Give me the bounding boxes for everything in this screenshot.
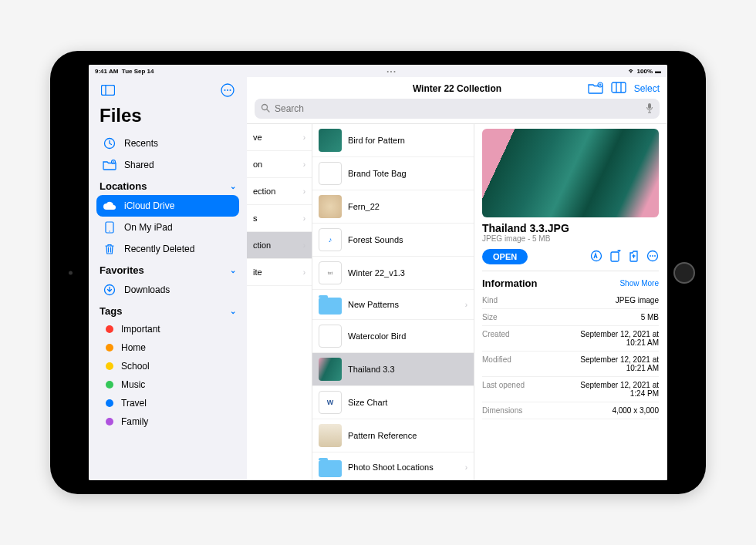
folder-label: ve bbox=[253, 133, 262, 142]
search-bar[interactable] bbox=[255, 99, 660, 119]
sidebar-section-tags[interactable]: Tags ⌄ bbox=[96, 301, 239, 320]
new-folder-icon[interactable] bbox=[588, 82, 603, 96]
svg-rect-13 bbox=[612, 82, 626, 93]
file-subtitle: JPEG image - 5 MB bbox=[482, 234, 659, 243]
chevron-right-icon: › bbox=[465, 301, 467, 309]
sidebar-tag-item[interactable]: Home bbox=[96, 338, 239, 357]
sidebar-item-label: Recents bbox=[124, 138, 158, 149]
info-row: Last openedSeptember 12, 2021 at 1:24 PM bbox=[482, 377, 659, 402]
info-value: September 12, 2021 at 10:21 AM bbox=[566, 330, 659, 347]
folder-row[interactable]: ite› bbox=[247, 259, 312, 286]
search-input[interactable] bbox=[275, 103, 641, 114]
new-window-icon[interactable] bbox=[610, 250, 621, 264]
sidebar-tag-item[interactable]: Music bbox=[96, 375, 239, 394]
folder-label: ection bbox=[253, 187, 275, 196]
folder-row[interactable]: ection› bbox=[247, 178, 312, 205]
search-icon bbox=[261, 103, 270, 114]
sidebar-item-deleted[interactable]: Recently Deleted bbox=[96, 238, 239, 260]
svg-point-8 bbox=[113, 161, 113, 162]
sidebar-tag-item[interactable]: Travel bbox=[96, 394, 239, 412]
chevron-right-icon: › bbox=[303, 268, 305, 277]
file-row[interactable]: Bird for Pattern bbox=[312, 124, 474, 157]
file-name: Thailand 3.3.JPG bbox=[482, 222, 659, 234]
tag-dot-icon bbox=[106, 362, 113, 370]
home-button[interactable] bbox=[673, 262, 695, 284]
info-value: September 12, 2021 at 10:21 AM bbox=[566, 355, 659, 372]
info-key: Last opened bbox=[482, 381, 525, 398]
folder-row[interactable]: ve› bbox=[247, 124, 312, 151]
info-value: 4,000 x 3,000 bbox=[612, 406, 659, 415]
file-row[interactable]: Photo Shoot Locations› bbox=[312, 452, 474, 480]
content-area: Winter 22 Collection Select bbox=[247, 77, 667, 480]
sidebar-item-onipad[interactable]: On My iPad bbox=[96, 217, 239, 238]
info-key: Created bbox=[482, 330, 510, 347]
multitask-dots[interactable]: • • • bbox=[154, 69, 629, 74]
sidebar-section-favorites[interactable]: Favorites ⌄ bbox=[96, 260, 239, 279]
folder-label: on bbox=[253, 160, 262, 169]
chevron-right-icon: › bbox=[303, 214, 305, 223]
clock-icon bbox=[103, 136, 116, 150]
battery-icon: ▬ bbox=[655, 68, 661, 75]
info-row: ModifiedSeptember 12, 2021 at 10:21 AM bbox=[482, 352, 659, 377]
select-button[interactable]: Select bbox=[634, 83, 660, 94]
sidebar-item-recents[interactable]: Recents bbox=[96, 133, 239, 154]
tag-label: Family bbox=[121, 416, 148, 427]
file-row[interactable]: WSize Chart bbox=[312, 386, 474, 419]
folder-row[interactable]: on› bbox=[247, 151, 312, 178]
info-row: KindJPEG image bbox=[482, 292, 659, 309]
file-row[interactable]: New Patterns› bbox=[312, 290, 474, 320]
file-row[interactable]: Thailand 3.3 bbox=[312, 353, 474, 386]
more-icon[interactable] bbox=[646, 250, 659, 264]
folder-label: s bbox=[253, 214, 258, 223]
screen: 9:41 AM Tue Sep 14 • • • ᯤ 100% ▬ bbox=[89, 65, 667, 480]
show-more-button[interactable]: Show More bbox=[619, 279, 659, 288]
sidebar-item-shared[interactable]: Shared bbox=[96, 154, 239, 176]
sidebar-item-label: On My iPad bbox=[124, 222, 173, 233]
svg-point-4 bbox=[227, 89, 228, 91]
file-row[interactable]: txtWinter 22_v1.3 bbox=[312, 257, 474, 290]
svg-rect-18 bbox=[648, 103, 651, 109]
file-thumbnail bbox=[319, 129, 342, 152]
folder-row[interactable]: s› bbox=[247, 205, 312, 232]
svg-point-10 bbox=[109, 230, 110, 231]
sidebar-toggle-icon[interactable] bbox=[100, 82, 116, 99]
file-label: Fern_22 bbox=[348, 202, 380, 211]
sidebar-section-locations[interactable]: Locations ⌄ bbox=[96, 176, 239, 195]
svg-point-3 bbox=[224, 89, 226, 91]
file-thumbnail: ♪ bbox=[319, 228, 342, 251]
sidebar-item-downloads[interactable]: Downloads bbox=[96, 279, 239, 301]
folder-row[interactable]: ction› bbox=[247, 232, 312, 259]
tag-dot-icon bbox=[106, 381, 113, 389]
svg-point-5 bbox=[230, 89, 231, 91]
sidebar-tag-item[interactable]: Family bbox=[96, 412, 239, 431]
file-thumbnail: txt bbox=[319, 261, 342, 284]
file-row[interactable]: Fern_22 bbox=[312, 190, 474, 224]
file-preview[interactable] bbox=[482, 129, 659, 217]
sidebar-tag-item[interactable]: School bbox=[96, 357, 239, 375]
folder-label: ite bbox=[253, 267, 262, 277]
file-row[interactable]: Watercolor Bird bbox=[312, 320, 474, 353]
share-icon[interactable] bbox=[629, 250, 639, 264]
more-options-icon[interactable] bbox=[219, 82, 236, 99]
chevron-right-icon: › bbox=[303, 160, 305, 169]
info-key: Modified bbox=[482, 355, 511, 372]
chevron-down-icon: ⌄ bbox=[230, 307, 236, 315]
chevron-right-icon: › bbox=[303, 133, 305, 142]
view-columns-icon[interactable] bbox=[611, 82, 626, 96]
status-time: 9:41 AM Tue Sep 14 bbox=[95, 68, 154, 75]
file-row[interactable]: ♪Forest Sounds bbox=[312, 224, 474, 257]
file-thumbnail bbox=[319, 460, 342, 477]
file-label: Photo Shoot Locations bbox=[348, 463, 434, 472]
sidebar-tag-item[interactable]: Important bbox=[96, 320, 239, 338]
open-button[interactable]: OPEN bbox=[482, 249, 528, 264]
sidebar-item-icloud[interactable]: iCloud Drive bbox=[96, 195, 239, 217]
file-row[interactable]: Pattern Reference bbox=[312, 419, 474, 452]
microphone-icon[interactable] bbox=[646, 103, 653, 115]
markup-icon[interactable] bbox=[590, 250, 602, 264]
sidebar-item-label: iCloud Drive bbox=[124, 200, 174, 211]
app-title: Files bbox=[96, 105, 239, 133]
file-row[interactable]: Brand Tote Bag bbox=[312, 157, 474, 190]
sidebar-item-label: Shared bbox=[124, 160, 154, 170]
ipad-frame: 9:41 AM Tue Sep 14 • • • ᯤ 100% ▬ bbox=[50, 51, 706, 494]
tag-label: School bbox=[121, 361, 150, 372]
